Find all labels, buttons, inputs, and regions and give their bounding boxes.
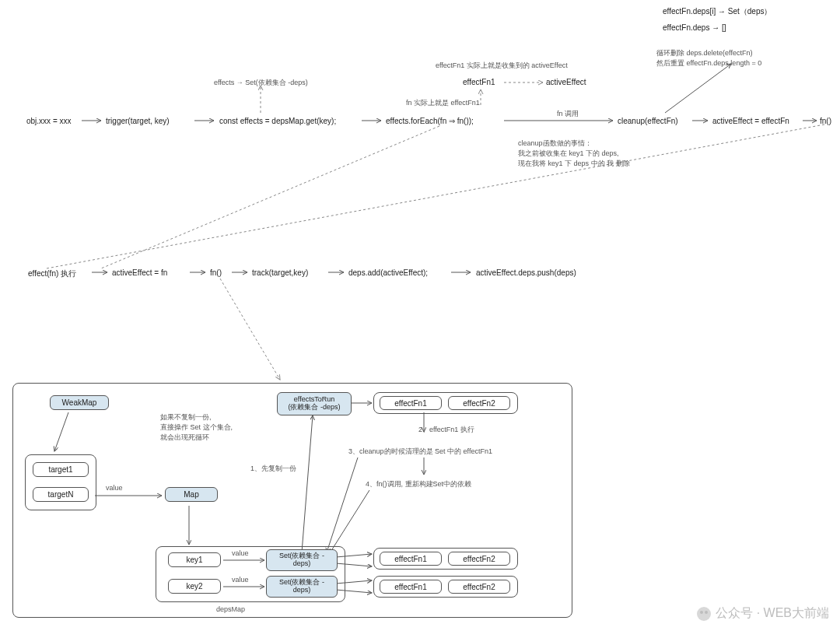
box-fn1-b: effectFn1 xyxy=(380,580,442,594)
box-key2: key2 xyxy=(168,579,221,594)
box-fn2-top: effectFn2 xyxy=(448,396,510,410)
label-value-1: value xyxy=(106,484,123,492)
node-deps-add: deps.add(activeEffect); xyxy=(348,268,428,277)
wechat-icon xyxy=(697,607,711,621)
box-set-deps-2: Set(依赖集合 - deps) xyxy=(266,576,338,598)
svg-line-16 xyxy=(101,126,439,268)
node-trigger: trigger(target, key) xyxy=(106,117,170,125)
node-active-effect-assign: activeEffect = effectFn xyxy=(712,117,789,125)
ann-step4: 4、fn()调用, 重新构建Set中的依赖 xyxy=(366,479,471,489)
node-deps-push: activeEffect.deps.push(deps) xyxy=(476,268,576,277)
box-effects-to-run: effectsToRun (依赖集合 -deps) xyxy=(277,392,352,415)
node-cleanup: cleanup(effectFn) xyxy=(618,117,678,125)
box-weakmap: WeakMap xyxy=(50,395,109,410)
label-depsmap: depsMap xyxy=(216,605,245,613)
ann-effectfn1-note: effectFn1 实际上就是收集到的 activeEffect xyxy=(436,61,568,71)
node-fn-exec: fn() xyxy=(210,268,222,277)
node-effect-fn: effect(fn) 执行 xyxy=(28,268,76,279)
ann-loop-delete: 循环删除 deps.delete(effectFn) 然后重置 effectFn… xyxy=(656,48,761,68)
ann-fn-call: fn 调用 xyxy=(557,109,579,119)
box-fn1-top: effectFn1 xyxy=(380,396,442,410)
box-set-deps-1: Set(依赖集合 - deps) xyxy=(266,549,338,571)
svg-line-15 xyxy=(47,124,824,268)
box-fn1-a: effectFn1 xyxy=(380,552,442,566)
watermark: 公众号 · WEB大前端 xyxy=(697,605,829,622)
box-targetn: targetN xyxy=(33,487,89,502)
svg-line-17 xyxy=(220,279,280,380)
svg-line-9 xyxy=(665,64,731,113)
ann-step1: 1、先复制一份 xyxy=(250,464,296,474)
node-activeeffect-label: activeEffect xyxy=(546,78,586,86)
ann-fn-note: fn 实际上就是 effectFn1 xyxy=(406,98,480,108)
node-activeeffect-fn: activeEffect = fn xyxy=(112,268,167,277)
ann-effects-set: effects → Set(依赖集合 -deps) xyxy=(214,78,308,88)
label-value-2: value xyxy=(232,549,249,557)
node-obj-assign: obj.xxx = xxx xyxy=(26,117,72,125)
box-fn2-a: effectFn2 xyxy=(448,552,510,566)
box-target1: target1 xyxy=(33,462,89,477)
node-foreach: effects.forEach(fn ⇒ fn()); xyxy=(386,117,474,125)
ann-step2: 2、effectFn1 执行 xyxy=(418,425,474,435)
box-fn2-b: effectFn2 xyxy=(448,580,510,594)
watermark-text: 公众号 · WEB大前端 xyxy=(716,605,829,622)
ann-cleanup-desc: cleanup函数做的事情： 我之前被收集在 key1 下的 deps, 现在我… xyxy=(518,138,630,169)
code-note-deps-empty: effectFn.deps → [] xyxy=(663,23,726,32)
ann-step3: 3、cleanup的时候清理的是 Set 中的 effectFn1 xyxy=(348,447,492,457)
node-const-effects: const effects = depsMap.get(key); xyxy=(219,117,336,125)
box-key1: key1 xyxy=(168,552,221,567)
label-value-3: value xyxy=(232,576,249,584)
code-note-deps-i: effectFn.deps[i] → Set（deps） xyxy=(663,6,772,17)
ann-copy-note: 如果不复制一份, 直接操作 Set 这个集合, 就会出现死循环 xyxy=(160,412,233,443)
box-map: Map xyxy=(165,487,218,502)
node-effectfn1-label: effectFn1 xyxy=(463,78,495,86)
node-track: track(target,key) xyxy=(252,268,308,277)
node-fn-call: fn() xyxy=(820,117,831,125)
